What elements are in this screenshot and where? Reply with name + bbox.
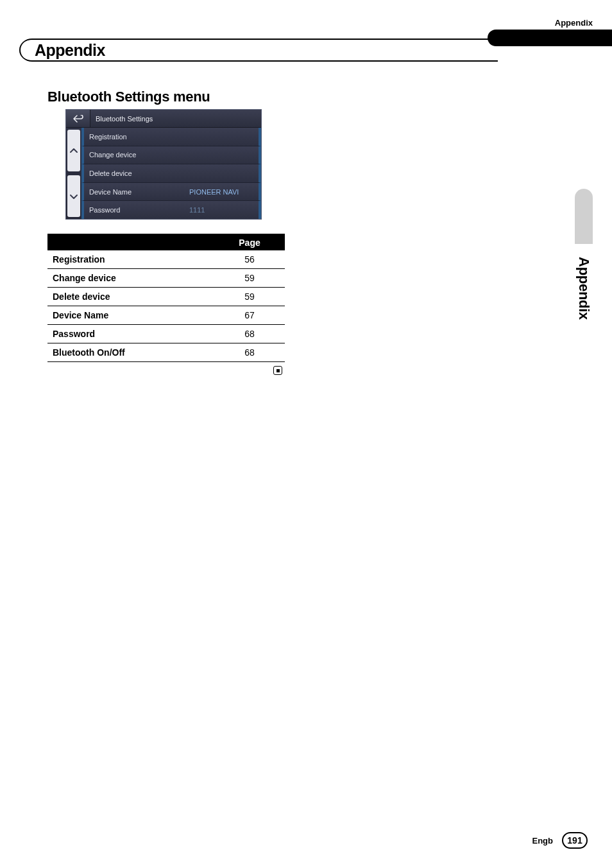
scroll-up-button[interactable] — [67, 130, 80, 171]
back-button[interactable] — [66, 110, 90, 127]
page: Appendix Appendix Bluetooth Settings men… — [0, 0, 612, 868]
list-item-label: Change device — [84, 151, 187, 159]
setting-page: 67 — [214, 310, 285, 320]
chevron-up-icon — [70, 148, 78, 153]
list-item-value: PIONEER NAVI — [187, 188, 239, 196]
setting-page: 68 — [214, 347, 285, 358]
screenshot-top-bar: Bluetooth Settings — [66, 110, 261, 128]
setting-page: 59 — [214, 273, 285, 283]
section-end-marker-row — [47, 362, 285, 377]
list-item-label: Delete device — [84, 169, 187, 177]
table-row: Change device 59 — [47, 269, 285, 288]
back-arrow-icon — [73, 115, 83, 123]
setting-name: Change device — [47, 273, 214, 283]
page-reference-table: Page Registration 56 Change device 59 De… — [47, 234, 285, 377]
table-header: Page — [47, 234, 285, 250]
list-item-value: 1111 — [187, 206, 205, 214]
table-row: Delete device 59 — [47, 288, 285, 306]
setting-page: 68 — [214, 329, 285, 339]
side-tab: Appendix — [575, 240, 593, 336]
footer-page-number: 191 — [562, 832, 588, 849]
scroll-down-button[interactable] — [67, 175, 80, 217]
list-item[interactable]: Delete device — [81, 164, 261, 183]
list-item-label: Device Name — [84, 188, 187, 196]
chevron-down-icon — [70, 194, 78, 199]
table-header-name — [47, 235, 214, 250]
settings-list: Registration Change device Delete device… — [81, 128, 261, 219]
section-end-icon — [273, 366, 282, 375]
screenshot-title: Bluetooth Settings — [90, 110, 261, 127]
table-row: Device Name 67 — [47, 306, 285, 325]
side-tab-label: Appendix — [575, 257, 592, 320]
chapter-title: Appendix — [35, 41, 105, 60]
section-title: Bluetooth Settings menu — [47, 89, 210, 105]
setting-page: 59 — [214, 291, 285, 302]
table-row: Bluetooth On/Off 68 — [47, 343, 285, 362]
page-footer: Engb 191 — [532, 832, 588, 849]
setting-name: Bluetooth On/Off — [47, 347, 214, 358]
chapter-title-bar: Appendix — [19, 39, 498, 62]
list-item[interactable]: Change device — [81, 146, 261, 165]
list-item[interactable]: Registration — [81, 128, 261, 146]
scroll-arrows — [66, 128, 81, 219]
screenshot-body: Registration Change device Delete device… — [66, 128, 261, 219]
list-item[interactable]: Password 1111 — [81, 201, 261, 219]
header-band — [488, 30, 612, 46]
setting-name: Registration — [47, 254, 214, 265]
table-row: Registration 56 — [47, 250, 285, 269]
list-item-label: Password — [84, 206, 187, 214]
setting-name: Delete device — [47, 291, 214, 302]
footer-language: Engb — [532, 836, 554, 846]
bluetooth-settings-screenshot: Bluetooth Settings Registration Change d… — [65, 109, 262, 220]
list-item[interactable]: Device Name PIONEER NAVI — [81, 183, 261, 202]
setting-name: Device Name — [47, 310, 214, 320]
setting-page: 56 — [214, 254, 285, 265]
setting-name: Password — [47, 329, 214, 339]
table-row: Password 68 — [47, 325, 285, 343]
list-item-label: Registration — [84, 133, 187, 141]
table-header-page: Page — [214, 235, 285, 250]
side-tab-track — [575, 189, 593, 244]
